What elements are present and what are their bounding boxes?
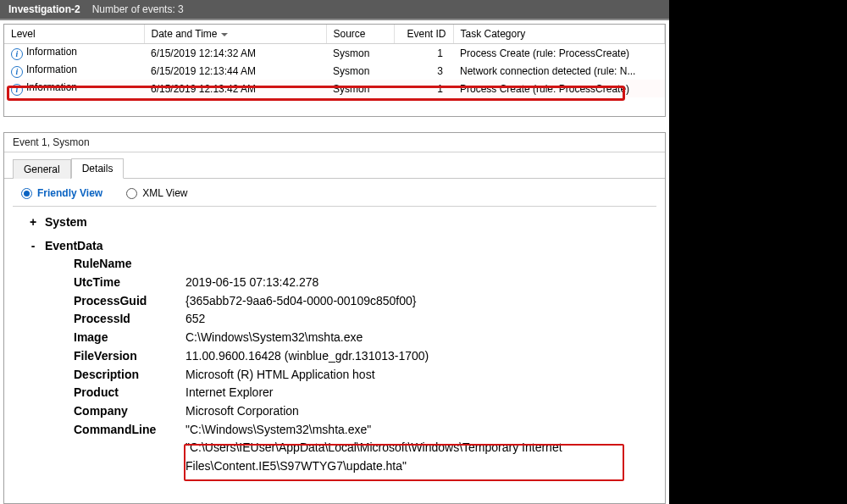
table-header-row: Level Date and Time Source Event ID Task… xyxy=(4,25,665,44)
view-mode-row: Friendly View XML View xyxy=(4,179,665,204)
node-eventdata[interactable]: - EventData xyxy=(28,237,656,256)
event-viewer-window: Investigation-2 Number of events: 3 Leve… xyxy=(0,0,669,504)
radio-dot-icon xyxy=(21,188,32,199)
events-table: Level Date and Time Source Event ID Task… xyxy=(4,25,665,97)
field-key: FileVersion xyxy=(74,347,185,366)
event-count: Number of events: 3 xyxy=(92,3,184,15)
field-key: Company xyxy=(74,402,185,421)
field-value: {365abb72-9aa6-5d04-0000-00109c850f00} xyxy=(185,292,656,311)
cell-task: Process Create (rule: ProcessCreate) xyxy=(453,80,665,97)
cell-event-id: 3 xyxy=(394,62,453,80)
field-row: ProcessGuid{365abb72-9aa6-5d04-0000-0010… xyxy=(74,292,656,311)
field-row: ProductInternet Explorer xyxy=(74,384,656,402)
node-system[interactable]: + System xyxy=(28,213,656,232)
field-value: C:\Windows\System32\mshta.exe xyxy=(185,329,656,347)
col-event-id[interactable]: Event ID xyxy=(394,25,453,44)
cell-event-id: 1 xyxy=(394,44,453,63)
title-bar: Investigation-2 Number of events: 3 xyxy=(0,0,669,20)
field-key: RuleName xyxy=(74,255,185,274)
cell-level: iInformation xyxy=(4,62,144,80)
field-value xyxy=(185,255,656,274)
collapse-icon[interactable]: - xyxy=(28,237,38,256)
field-value: Microsoft (R) HTML Application host xyxy=(185,366,656,385)
tab-details[interactable]: Details xyxy=(71,158,125,179)
radio-xml-view[interactable]: XML View xyxy=(126,187,187,199)
field-value: "C:\Windows\System32\mshta.exe" "C:\User… xyxy=(185,421,656,476)
field-key: Description xyxy=(74,366,185,385)
field-row: UtcTime2019-06-15 07:13:42.278 xyxy=(74,274,656,292)
cell-source: Sysmon xyxy=(326,80,394,97)
field-value: 11.00.9600.16428 (winblue_gdr.131013-170… xyxy=(185,347,656,366)
col-date[interactable]: Date and Time xyxy=(144,25,326,44)
field-key: ProcessGuid xyxy=(74,292,185,311)
field-row: ImageC:\Windows\System32\mshta.exe xyxy=(74,329,656,347)
field-row: ProcessId652 xyxy=(74,310,656,329)
field-row: CommandLine"C:\Windows\System32\mshta.ex… xyxy=(74,421,656,476)
cell-task: Process Create (rule: ProcessCreate) xyxy=(453,44,665,63)
radio-dot-icon xyxy=(126,188,137,199)
tab-general[interactable]: General xyxy=(13,159,71,179)
field-value: 2019-06-15 07:13:42.278 xyxy=(185,274,656,292)
cell-date: 6/15/2019 12:13:44 AM xyxy=(144,62,326,80)
field-row: FileVersion11.00.9600.16428 (winblue_gdr… xyxy=(74,347,656,366)
cell-level: iInformation xyxy=(4,80,144,97)
event-detail-panel: Event 1, Sysmon General Details Friendly… xyxy=(3,132,666,504)
info-icon: i xyxy=(11,48,23,60)
field-row: CompanyMicrosoft Corporation xyxy=(74,402,656,421)
cell-date: 6/15/2019 12:13:42 AM xyxy=(144,80,326,97)
cell-event-id: 1 xyxy=(394,80,453,97)
detail-tabs: General Details xyxy=(4,152,665,179)
cell-level: iInformation xyxy=(4,44,144,63)
field-key: UtcTime xyxy=(74,274,185,292)
radio-friendly-view[interactable]: Friendly View xyxy=(21,187,102,199)
col-source[interactable]: Source xyxy=(326,25,394,44)
field-key: Product xyxy=(74,384,185,402)
cell-source: Sysmon xyxy=(326,62,394,80)
table-row[interactable]: iInformation6/15/2019 12:14:32 AMSysmon1… xyxy=(4,44,665,63)
events-list: Level Date and Time Source Event ID Task… xyxy=(3,24,666,117)
info-icon: i xyxy=(11,84,23,96)
field-key: CommandLine xyxy=(74,421,185,476)
filter-title: Investigation-2 xyxy=(8,3,80,15)
table-row[interactable]: iInformation6/15/2019 12:13:42 AMSysmon1… xyxy=(4,80,665,97)
field-row: DescriptionMicrosoft (R) HTML Applicatio… xyxy=(74,366,656,385)
cell-task: Network connection detected (rule: N... xyxy=(453,62,665,80)
cell-date: 6/15/2019 12:14:32 AM xyxy=(144,44,326,63)
table-row[interactable]: iInformation6/15/2019 12:13:44 AMSysmon3… xyxy=(4,62,665,80)
field-value: Microsoft Corporation xyxy=(185,402,656,421)
col-task[interactable]: Task Category xyxy=(453,25,665,44)
event-data-tree: + System - EventData RuleNameUtcTime2019… xyxy=(4,207,665,503)
field-row: RuleName xyxy=(74,255,656,274)
detail-header: Event 1, Sysmon xyxy=(4,133,665,152)
field-value: Internet Explorer xyxy=(185,384,656,402)
field-key: ProcessId xyxy=(74,310,185,329)
field-value: 652 xyxy=(185,310,656,329)
col-level[interactable]: Level xyxy=(4,25,144,44)
cell-source: Sysmon xyxy=(326,44,394,63)
info-icon: i xyxy=(11,66,23,78)
sort-desc-icon xyxy=(221,33,228,36)
field-key: Image xyxy=(74,329,185,347)
expand-icon[interactable]: + xyxy=(28,213,38,232)
